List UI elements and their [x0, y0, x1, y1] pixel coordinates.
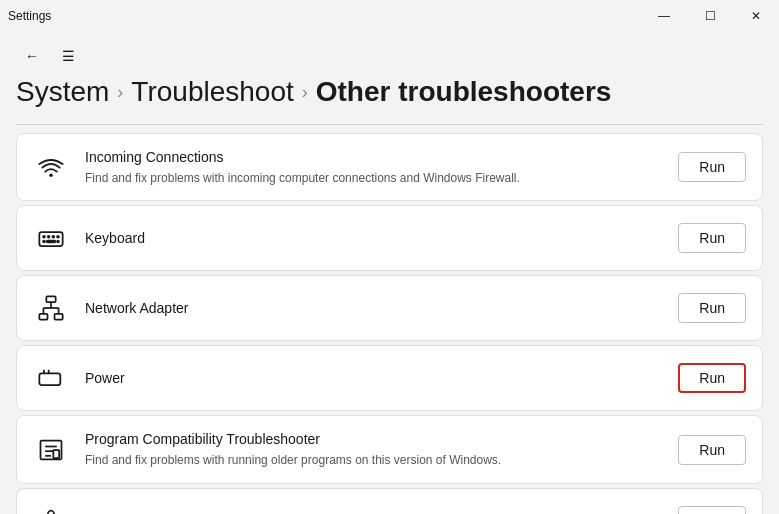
back-button[interactable]: ←: [16, 40, 48, 72]
ts-name: Keyboard: [85, 229, 662, 249]
breadcrumb-sep-1: ›: [117, 82, 123, 103]
close-button[interactable]: ✕: [733, 0, 779, 32]
troubleshooter-item: Program Compatibility TroubleshooterFind…: [16, 415, 763, 483]
hamburger-button[interactable]: ☰: [52, 40, 84, 72]
svg-point-24: [48, 510, 55, 514]
troubleshooter-item: Network AdapterRun: [16, 275, 763, 341]
minimize-button[interactable]: —: [641, 0, 687, 32]
ts-info: Network Adapter: [85, 299, 662, 319]
ts-info: Power: [85, 369, 662, 389]
run-button[interactable]: Run: [678, 152, 746, 182]
network-icon: [33, 290, 69, 326]
ts-desc: Find and fix problems with running older…: [85, 452, 662, 469]
troubleshooter-list: Incoming ConnectionsFind and fix problem…: [16, 133, 763, 514]
ts-name: Power: [85, 369, 662, 389]
title-bar-left: Settings: [8, 9, 51, 23]
title-bar-title: Settings: [8, 9, 51, 23]
run-button[interactable]: Run: [678, 506, 746, 514]
ts-info: Program Compatibility TroubleshooterFind…: [85, 430, 662, 468]
run-button[interactable]: Run: [678, 363, 746, 393]
breadcrumb-system[interactable]: System: [16, 76, 109, 108]
run-button[interactable]: Run: [678, 293, 746, 323]
breadcrumb-current: Other troubleshooters: [316, 76, 612, 108]
ts-name: Program Compatibility Troubleshooter: [85, 430, 662, 450]
breadcrumb-troubleshoot[interactable]: Troubleshoot: [131, 76, 293, 108]
top-divider: [16, 124, 763, 125]
run-button[interactable]: Run: [678, 435, 746, 465]
svg-rect-1: [39, 233, 62, 247]
keyboard-icon: [33, 220, 69, 256]
maximize-button[interactable]: ☐: [687, 0, 733, 32]
run-button[interactable]: Run: [678, 223, 746, 253]
audio-icon: [33, 503, 69, 514]
program-icon: [33, 432, 69, 468]
power-icon: [33, 360, 69, 396]
svg-rect-11: [55, 314, 63, 320]
breadcrumb: System › Troubleshoot › Other troublesho…: [0, 76, 779, 124]
svg-rect-23: [53, 450, 59, 458]
ts-info: Incoming ConnectionsFind and fix problem…: [85, 148, 662, 186]
ts-desc: Find and fix problems with incoming comp…: [85, 170, 662, 187]
title-bar: Settings — ☐ ✕: [0, 0, 779, 32]
breadcrumb-sep-2: ›: [302, 82, 308, 103]
ts-name: Incoming Connections: [85, 148, 662, 168]
svg-point-0: [49, 174, 53, 178]
svg-rect-10: [39, 314, 47, 320]
svg-rect-9: [46, 297, 55, 303]
troubleshooter-item: KeyboardRun: [16, 205, 763, 271]
troubleshooter-item: Incoming ConnectionsFind and fix problem…: [16, 133, 763, 201]
ts-name: Network Adapter: [85, 299, 662, 319]
title-bar-controls: — ☐ ✕: [641, 0, 779, 32]
content-area: Incoming ConnectionsFind and fix problem…: [0, 124, 779, 514]
svg-rect-16: [39, 374, 60, 386]
wifi-icon: [33, 149, 69, 185]
ts-info: Keyboard: [85, 229, 662, 249]
troubleshooter-item: PowerRun: [16, 345, 763, 411]
nav-row: ← ☰: [0, 32, 779, 76]
troubleshooter-item: Recording AudioRun: [16, 488, 763, 514]
